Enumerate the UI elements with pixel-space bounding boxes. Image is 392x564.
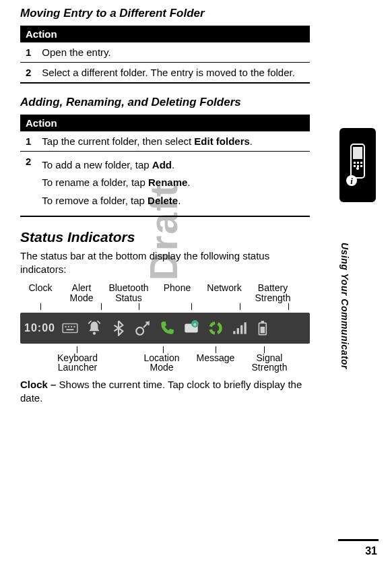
label-message: Message — [189, 353, 242, 373]
action-header: Action — [20, 115, 310, 131]
svg-rect-15 — [244, 322, 246, 334]
svg-rect-0 — [63, 323, 77, 332]
label-network: Network — [199, 283, 249, 303]
svg-point-6 — [93, 332, 96, 334]
svg-rect-17 — [261, 321, 264, 323]
text-post: . — [172, 159, 174, 170]
section1-title: Moving Entry to a Different Folder — [20, 7, 310, 20]
text-pre: To rename a folder, tap — [42, 177, 148, 188]
label-battery-strength: Battery Strength — [249, 283, 296, 303]
page-number-rule — [338, 539, 379, 541]
status-indicators-heading: Status Indicators — [20, 229, 310, 245]
ui-label-rename: Rename — [148, 177, 187, 188]
svg-rect-4 — [73, 325, 75, 327]
step-number: 1 — [20, 42, 36, 63]
svg-rect-5 — [67, 329, 74, 330]
label-alert-mode: Alert Mode — [61, 283, 102, 303]
bluetooth-icon — [109, 319, 128, 338]
svg-rect-2 — [68, 325, 69, 327]
svg-rect-23 — [357, 162, 359, 164]
svg-rect-13 — [237, 328, 239, 334]
svg-rect-3 — [71, 325, 72, 327]
signal-strength-icon — [230, 319, 249, 338]
table-row: 1 Tap the current folder, then select Ed… — [20, 131, 310, 152]
label-keyboard-launcher: Keyboard Launcher — [47, 353, 108, 373]
svg-rect-24 — [360, 162, 362, 164]
location-mode-icon — [133, 319, 152, 338]
text-post: . — [178, 195, 181, 206]
phone-info-badge: i — [339, 128, 376, 202]
diagram-bottom-labels: Keyboard Launcher Location Mode Message … — [20, 353, 310, 373]
step-text: Select a different folder. The entry is … — [36, 63, 310, 84]
table-row: 1 Open the entry. — [20, 42, 310, 63]
side-chapter-label: Using Your Communicator — [339, 212, 350, 400]
status-bar: 10:00 e — [20, 313, 310, 344]
keyboard-icon — [61, 319, 79, 338]
network-icon — [206, 319, 225, 338]
svg-rect-25 — [354, 165, 356, 167]
svg-rect-12 — [233, 331, 235, 334]
label-phone: Phone — [155, 283, 199, 303]
label-signal-strength: Signal Strength — [242, 353, 296, 373]
clock-desc-bold: Clock – — [20, 379, 59, 390]
table-header-row: Action — [20, 26, 310, 42]
statusbar-clock: 10:00 — [24, 322, 55, 334]
section1-action-table: Action 1 Open the entry. 2 Select a diff… — [20, 26, 310, 84]
page-content: Moving Entry to a Different Folder Actio… — [0, 0, 330, 419]
label-bluetooth-status: Bluetooth Status — [102, 283, 155, 303]
table-header-row: Action — [20, 115, 310, 131]
text-pre: To remove a folder, tap — [42, 195, 148, 206]
text-post: . — [187, 177, 190, 188]
diagram-top-labels: Clock Alert Mode Bluetooth Status Phone … — [20, 283, 310, 303]
page-number: 31 — [365, 545, 377, 557]
svg-text:i: i — [350, 176, 353, 186]
step-number: 1 — [20, 131, 36, 152]
action-header: Action — [20, 26, 310, 42]
phone-icon — [158, 319, 176, 338]
step-text: To add a new folder, tap Add. To rename … — [36, 152, 310, 216]
clock-description: Clock – Shows the current time. Tap cloc… — [20, 378, 310, 406]
svg-rect-22 — [354, 162, 356, 164]
svg-rect-1 — [65, 325, 66, 327]
svg-rect-20 — [353, 147, 362, 159]
battery-icon — [255, 319, 273, 338]
ui-label-add: Add — [152, 159, 172, 170]
status-bar-diagram: Clock Alert Mode Bluetooth Status Phone … — [20, 283, 310, 373]
text-post: . — [250, 135, 253, 147]
status-indicators-intro: The status bar at the bottom display the… — [20, 249, 310, 277]
right-sidebar: i Using Your Communicator — [339, 128, 380, 400]
svg-point-7 — [136, 327, 143, 335]
ui-label-delete: Delete — [148, 195, 178, 206]
step-text: Tap the current folder, then select Edit… — [36, 131, 310, 152]
svg-rect-27 — [360, 165, 362, 167]
svg-rect-18 — [261, 326, 265, 333]
label-location-mode: Location Mode — [135, 353, 189, 373]
message-icon: e — [182, 319, 201, 338]
callout-lines-top — [20, 303, 310, 310]
section2-title: Adding, Renaming, and Deleting Folders — [20, 96, 310, 109]
svg-text:e: e — [193, 321, 196, 327]
text-pre: Tap the current folder, then select — [42, 135, 194, 147]
text-pre: To add a new folder, tap — [42, 159, 152, 170]
svg-rect-26 — [357, 165, 359, 167]
svg-point-21 — [356, 167, 359, 170]
table-row: 2 Select a different folder. The entry i… — [20, 63, 310, 84]
callout-lines-bottom — [20, 346, 310, 353]
alert-mode-icon — [85, 319, 104, 338]
step-number: 2 — [20, 152, 36, 216]
ui-label-edit-folders: Edit folders — [194, 135, 250, 147]
label-clock: Clock — [20, 283, 61, 303]
section2-action-table: Action 1 Tap the current folder, then se… — [20, 115, 310, 217]
phone-device-icon: i — [344, 142, 371, 189]
clock-desc-text: Shows the current time. Tap clock to bri… — [20, 379, 302, 404]
svg-point-11 — [210, 323, 220, 333]
step-text: Open the entry. — [36, 42, 310, 63]
step-number: 2 — [20, 63, 36, 84]
svg-rect-14 — [240, 325, 242, 334]
table-row: 2 To add a new folder, tap Add. To renam… — [20, 152, 310, 216]
